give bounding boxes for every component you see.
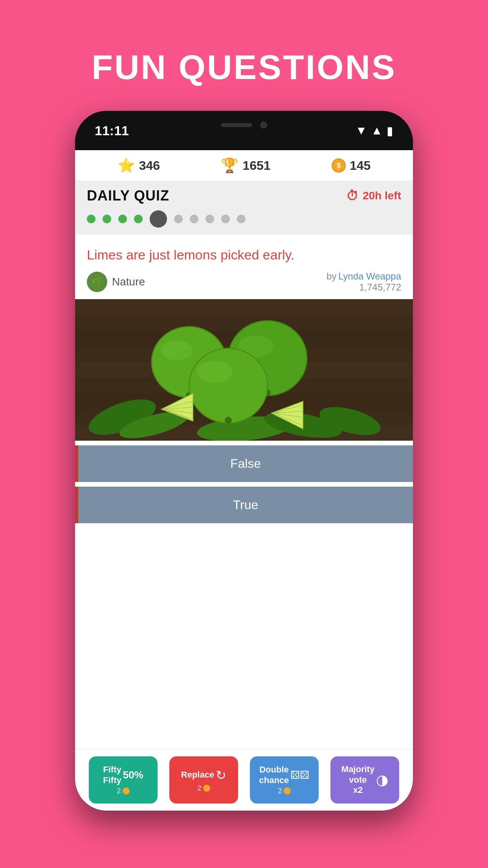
category-badge: 🌿 Nature [87, 272, 145, 292]
time-display: 11:11 [95, 123, 129, 138]
author-score: 1,745,772 [327, 282, 401, 293]
double-chance-button[interactable]: Doublechance ⚄⚄ 2 [250, 756, 319, 804]
replace-icon: ↻ [216, 768, 226, 783]
signal-icon: ▲ [371, 124, 383, 137]
powerups-bar: FiftyFifty 50% 2 Replace ↻ 2 [75, 749, 413, 811]
page-title: FUN QUESTIONS [92, 47, 396, 87]
star-stat: ⭐ 346 [117, 157, 160, 174]
timer-text: 20h left [363, 189, 401, 202]
stats-bar: ⭐ 346 🏆 1651 $ 145 [75, 150, 413, 181]
progress-dots [87, 210, 401, 235]
fifty-fifty-label: FiftyFifty [103, 765, 121, 785]
progress-dot-3 [118, 215, 127, 223]
replace-cost: 2 [197, 784, 210, 793]
true-answer-button[interactable]: True [75, 487, 413, 523]
star-value: 346 [139, 158, 160, 173]
coin-stat: $ 145 [332, 158, 371, 173]
timer-icon: ⏱ [346, 189, 359, 203]
speaker-grille [221, 123, 252, 127]
coin-value: 145 [350, 158, 371, 173]
question-text: Limes are just lemons picked early. [75, 235, 413, 271]
answers-section: False True [75, 441, 413, 528]
author-by-label: by [327, 271, 336, 281]
svg-point-13 [161, 340, 193, 360]
svg-point-23 [197, 361, 232, 383]
wifi-icon: ▼ [356, 124, 367, 137]
daily-quiz-title: DAILY QUIZ [87, 188, 169, 204]
double-chance-icon: ⚄⚄ [290, 769, 309, 782]
author-name: Lynda Weappa [338, 271, 401, 281]
progress-dot-10 [237, 215, 246, 223]
false-answer-button[interactable]: False [75, 445, 413, 482]
fifty-fifty-button[interactable]: FiftyFifty 50% 2 [89, 756, 158, 804]
question-meta: 🌿 Nature by Lynda Weappa 1,745,772 [75, 271, 413, 299]
fifty-fifty-icon: 50% [123, 769, 143, 781]
star-icon: ⭐ [117, 157, 135, 174]
daily-quiz-header: DAILY QUIZ ⏱ 20h left [75, 181, 413, 235]
front-camera [260, 121, 267, 129]
coin-icon: $ [332, 158, 346, 173]
double-chance-cost: 2 [278, 787, 290, 795]
progress-dot-4 [134, 215, 143, 223]
timer-badge: ⏱ 20h left [346, 189, 401, 203]
progress-dot-2 [103, 215, 111, 223]
replace-button[interactable]: Replace ↻ 2 [169, 756, 238, 804]
trophy-stat: 🏆 1651 [221, 157, 270, 174]
svg-rect-1 [75, 299, 413, 315]
status-icons: ▼ ▲ ▮ [356, 124, 393, 138]
majority-vote-label: Majorityvotex2 [341, 764, 374, 795]
author-block: by Lynda Weappa 1,745,772 [327, 271, 401, 293]
trophy-icon: 🏆 [221, 157, 238, 174]
progress-dot-5-current [150, 210, 167, 228]
phone-screen: ⭐ 346 🏆 1651 $ 145 DAILY QUIZ ⏱ 20h left [75, 150, 413, 811]
notch [201, 118, 287, 132]
progress-dot-8 [205, 215, 214, 223]
category-icon: 🌿 [87, 272, 107, 292]
battery-icon: ▮ [387, 124, 393, 138]
trophy-value: 1651 [242, 158, 270, 173]
double-chance-label: Doublechance [259, 765, 289, 785]
progress-dot-9 [221, 215, 230, 223]
replace-label: Replace [181, 770, 214, 780]
majority-vote-icon: ◑ [376, 772, 388, 788]
question-image [75, 299, 413, 441]
progress-dot-6 [174, 215, 183, 223]
progress-dot-7 [190, 215, 198, 223]
majority-vote-button[interactable]: Majorityvotex2 ◑ [330, 756, 399, 804]
phone-shell: 11:11 ▼ ▲ ▮ ⭐ 346 🏆 1651 $ 145 [75, 111, 413, 811]
status-bar: 11:11 ▼ ▲ ▮ [75, 111, 413, 150]
progress-dot-1 [87, 215, 95, 223]
svg-point-24 [225, 417, 232, 424]
content-area: Limes are just lemons picked early. 🌿 Na… [75, 235, 413, 749]
category-name: Nature [112, 276, 145, 288]
fifty-fifty-cost: 2 [117, 787, 129, 795]
